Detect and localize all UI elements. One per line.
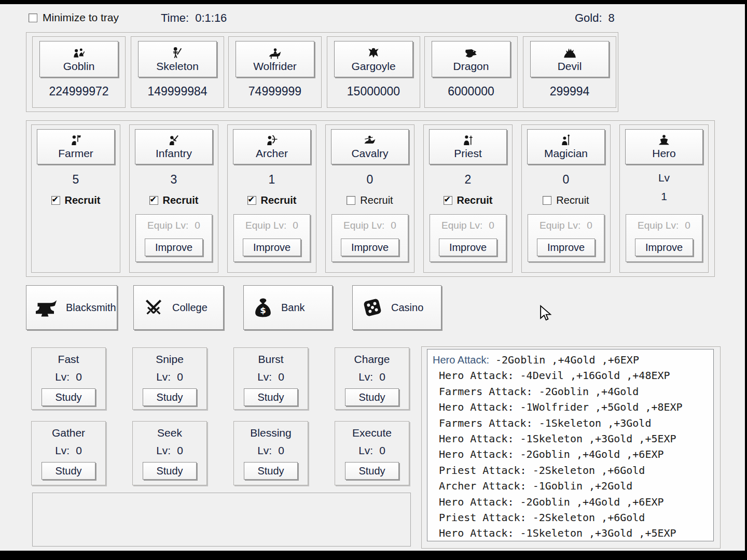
skill-gather-level: Lv:0 xyxy=(32,444,105,457)
archer-button[interactable]: Archer xyxy=(233,129,311,164)
archer-improve-button[interactable]: Improve xyxy=(243,239,301,256)
cavalry-recruit-row[interactable]: Recruit xyxy=(326,194,414,206)
blacksmith-button[interactable]: Blacksmith xyxy=(26,285,117,330)
priest-panel: Priest 2 Recruit Equip Lv:0 Improve xyxy=(423,124,513,273)
time-label: Time: xyxy=(161,11,189,25)
magician-recruit-row[interactable]: Recruit xyxy=(522,194,610,206)
log-line: Hero Attack: -4Devil ,+16Gold ,+48EXP xyxy=(433,368,713,383)
skill-blessing-level: Lv:0 xyxy=(234,444,308,457)
battle-log-list[interactable]: Hero Attack: -2Goblin ,+4Gold ,+6EXP Her… xyxy=(427,349,714,541)
priest-recruit-row[interactable]: Recruit xyxy=(424,194,512,206)
goblin-icon xyxy=(72,46,86,60)
farmer-recruit-row[interactable]: Recruit xyxy=(32,194,120,206)
skill-snipe-study-button[interactable]: Study xyxy=(143,388,197,406)
log-line: Archer Attack: -1Goblin ,+2Gold xyxy=(433,478,713,494)
skill-execute-level: Lv:0 xyxy=(335,444,409,457)
minimize-to-tray-checkbox[interactable] xyxy=(29,13,37,22)
skill-fast-level: Lv:0 xyxy=(32,371,105,383)
archer-recruit-label: Recruit xyxy=(261,194,297,206)
hero-level-value: 1 xyxy=(620,190,708,203)
skill-charge-name: Charge xyxy=(335,353,409,366)
college-button[interactable]: College xyxy=(133,285,224,330)
archer-recruit-row[interactable]: Recruit xyxy=(228,194,316,206)
infantry-recruit-label: Recruit xyxy=(163,194,199,206)
cavalry-equip-level-label: Equip Lv:0 xyxy=(332,220,408,231)
skill-fast-study-button[interactable]: Study xyxy=(42,388,95,406)
log-line: Hero Attack: -1Skeleton ,+3Gold ,+5EXP xyxy=(433,431,713,446)
skill-box-seek: Seek Lv:0 Study xyxy=(132,421,207,485)
casino-label: Casino xyxy=(391,302,423,314)
dragon-button[interactable]: Dragon xyxy=(432,41,510,77)
priest-improve-button[interactable]: Improve xyxy=(439,239,497,256)
log-line: Priest Attack: -2Skeleton ,+6Gold xyxy=(433,463,713,478)
bank-button[interactable]: $ Bank xyxy=(243,285,333,330)
cavalry-improve-button[interactable]: Improve xyxy=(341,239,399,256)
devil-label: Devil xyxy=(558,60,582,73)
infantry-button[interactable]: Infantry xyxy=(135,129,213,164)
cavalry-recruit-checkbox[interactable] xyxy=(347,196,355,205)
infantry-improve-button[interactable]: Improve xyxy=(145,239,203,256)
gold-label: Gold: xyxy=(575,11,602,25)
skill-gather-name: Gather xyxy=(32,427,105,439)
skill-box-snipe: Snipe Lv:0 Study xyxy=(132,347,207,410)
skill-seek-name: Seek xyxy=(133,427,206,439)
skill-snipe-level: Lv:0 xyxy=(133,371,206,383)
magician-panel: Magician 0 Recruit Equip Lv:0 Improve xyxy=(521,124,611,273)
log-line: Hero Attack: -1Wolfrider ,+5Gold ,+8EXP xyxy=(433,399,713,415)
casino-button[interactable]: Casino xyxy=(352,285,441,330)
archer-recruit-checkbox[interactable] xyxy=(247,196,256,205)
magician-button[interactable]: Magician xyxy=(527,129,605,164)
minimize-to-tray-row[interactable]: Minimize to tray xyxy=(29,11,119,24)
dragon-panel: Dragon 6000000 xyxy=(424,36,518,108)
skeleton-count: 149999984 xyxy=(131,85,224,99)
log-line: Hero Attack: -2Goblin ,+4Gold ,+6EXP xyxy=(433,494,713,510)
skill-burst-study-button[interactable]: Study xyxy=(244,388,298,406)
gargoyle-count: 15000000 xyxy=(327,85,420,99)
dragon-count: 6000000 xyxy=(425,85,517,99)
cavalry-equip-box: Equip Lv:0 Improve xyxy=(331,214,408,262)
skill-fast-name: Fast xyxy=(32,353,105,366)
magician-count: 0 xyxy=(522,173,610,187)
game-window: Minimize to tray Time: 0:1:16 Gold: 8 Go… xyxy=(0,0,747,560)
gold-display: Gold: 8 xyxy=(575,11,615,25)
farmer-panel: Farmer 5 Recruit xyxy=(31,124,120,273)
cavalry-icon xyxy=(363,134,377,147)
priest-recruit-checkbox[interactable] xyxy=(444,196,452,205)
farmer-button[interactable]: Farmer xyxy=(37,129,115,164)
mouse-cursor xyxy=(540,305,553,324)
goblin-button[interactable]: Goblin xyxy=(39,41,118,77)
wolfrider-button[interactable]: Wolfrider xyxy=(236,41,314,77)
hero-panel: Hero Lv 1 Equip Lv:0 Improve xyxy=(619,124,709,273)
infantry-count: 3 xyxy=(130,173,218,187)
hero-improve-button[interactable]: Improve xyxy=(635,239,693,256)
priest-equip-level-label: Equip Lv:0 xyxy=(430,220,506,231)
magician-improve-button[interactable]: Improve xyxy=(537,239,595,256)
goblin-count: 224999972 xyxy=(33,85,125,99)
skill-blessing-study-button[interactable]: Study xyxy=(244,462,298,480)
magician-recruit-checkbox[interactable] xyxy=(543,196,551,205)
skeleton-icon xyxy=(170,46,185,60)
infantry-equip-box: Equip Lv:0 Improve xyxy=(135,214,212,262)
devil-count: 299994 xyxy=(523,85,616,99)
skill-seek-study-button[interactable]: Study xyxy=(143,462,197,480)
cavalry-button[interactable]: Cavalry xyxy=(331,129,409,164)
infantry-icon xyxy=(167,134,181,147)
gargoyle-label: Gargoyle xyxy=(351,60,395,73)
skill-execute-study-button[interactable]: Study xyxy=(345,462,399,480)
magician-recruit-label: Recruit xyxy=(556,194,589,206)
priest-button[interactable]: Priest xyxy=(429,129,507,164)
magician-equip-box: Equip Lv:0 Improve xyxy=(528,214,604,262)
infantry-recruit-row[interactable]: Recruit xyxy=(130,194,218,206)
battle-log-group: Hero Attack: -2Goblin ,+4Gold ,+6EXP Her… xyxy=(421,346,721,549)
skill-snipe-name: Snipe xyxy=(133,353,206,366)
infantry-recruit-checkbox[interactable] xyxy=(149,196,158,205)
devil-button[interactable]: Devil xyxy=(530,41,609,77)
archer-equip-level-label: Equip Lv:0 xyxy=(234,220,310,231)
skill-gather-study-button[interactable]: Study xyxy=(42,462,95,480)
hero-button[interactable]: Hero xyxy=(625,129,703,164)
gargoyle-button[interactable]: Gargoyle xyxy=(334,41,413,77)
skill-charge-study-button[interactable]: Study xyxy=(345,388,399,406)
dragon-label: Dragon xyxy=(453,60,489,73)
farmer-recruit-checkbox[interactable] xyxy=(51,196,60,205)
skeleton-button[interactable]: Skeleton xyxy=(138,41,217,77)
